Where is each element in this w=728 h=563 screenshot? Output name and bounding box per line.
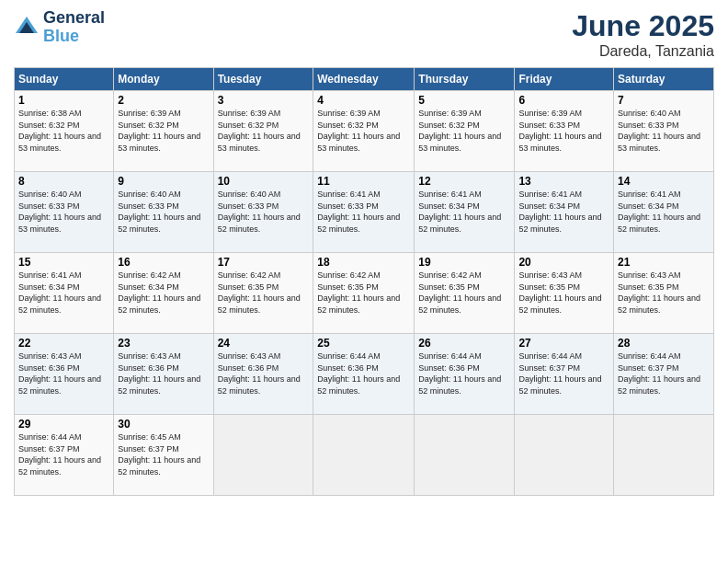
- day-info: Sunrise: 6:43 AM Sunset: 6:35 PM Dayligh…: [518, 270, 609, 316]
- calendar-week-2: 8 Sunrise: 6:40 AM Sunset: 6:33 PM Dayli…: [15, 172, 714, 253]
- table-row: 6 Sunrise: 6:39 AM Sunset: 6:33 PM Dayli…: [515, 91, 614, 172]
- calendar-header-row: Sunday Monday Tuesday Wednesday Thursday…: [15, 68, 714, 91]
- day-number: 17: [218, 256, 310, 269]
- day-number: 20: [518, 256, 609, 269]
- calendar-week-4: 22 Sunrise: 6:43 AM Sunset: 6:36 PM Dayl…: [15, 334, 714, 415]
- table-row: 7 Sunrise: 6:40 AM Sunset: 6:33 PM Dayli…: [614, 91, 714, 172]
- day-info: Sunrise: 6:44 AM Sunset: 6:36 PM Dayligh…: [418, 350, 510, 396]
- day-number: 3: [218, 94, 310, 107]
- table-row: [313, 415, 415, 496]
- table-row: 26 Sunrise: 6:44 AM Sunset: 6:36 PM Dayl…: [415, 334, 515, 415]
- day-info: Sunrise: 6:40 AM Sunset: 6:33 PM Dayligh…: [18, 189, 109, 235]
- table-row: 16 Sunrise: 6:42 AM Sunset: 6:34 PM Dayl…: [114, 253, 213, 334]
- day-info: Sunrise: 6:39 AM Sunset: 6:32 PM Dayligh…: [418, 108, 510, 154]
- day-info: Sunrise: 6:39 AM Sunset: 6:32 PM Dayligh…: [317, 108, 410, 154]
- col-tuesday: Tuesday: [213, 68, 313, 91]
- table-row: 18 Sunrise: 6:42 AM Sunset: 6:35 PM Dayl…: [313, 253, 415, 334]
- day-number: 8: [18, 175, 109, 188]
- logo-line2: Blue: [43, 28, 105, 46]
- table-row: 27 Sunrise: 6:44 AM Sunset: 6:37 PM Dayl…: [515, 334, 614, 415]
- day-number: 19: [418, 256, 510, 269]
- day-info: Sunrise: 6:40 AM Sunset: 6:33 PM Dayligh…: [218, 189, 310, 235]
- logo-line1: General: [43, 9, 105, 28]
- day-info: Sunrise: 6:44 AM Sunset: 6:37 PM Dayligh…: [518, 350, 609, 396]
- day-number: 7: [618, 94, 710, 107]
- calendar-week-1: 1 Sunrise: 6:38 AM Sunset: 6:32 PM Dayli…: [15, 91, 714, 172]
- table-row: 9 Sunrise: 6:40 AM Sunset: 6:33 PM Dayli…: [114, 172, 213, 253]
- table-row: 4 Sunrise: 6:39 AM Sunset: 6:32 PM Dayli…: [313, 91, 415, 172]
- day-number: 28: [618, 337, 710, 350]
- col-wednesday: Wednesday: [313, 68, 415, 91]
- col-saturday: Saturday: [614, 68, 714, 91]
- table-row: 3 Sunrise: 6:39 AM Sunset: 6:32 PM Dayli…: [213, 91, 313, 172]
- table-row: [515, 415, 614, 496]
- logo-icon: [14, 15, 40, 40]
- page: General Blue June 2025 Dareda, Tanzania …: [0, 0, 728, 563]
- day-number: 11: [317, 175, 410, 188]
- day-number: 1: [18, 94, 109, 107]
- day-number: 14: [618, 175, 710, 188]
- table-row: 30 Sunrise: 6:45 AM Sunset: 6:37 PM Dayl…: [114, 415, 213, 496]
- day-info: Sunrise: 6:40 AM Sunset: 6:33 PM Dayligh…: [618, 108, 710, 154]
- table-row: 13 Sunrise: 6:41 AM Sunset: 6:34 PM Dayl…: [515, 172, 614, 253]
- month-title: June 2025: [572, 9, 714, 43]
- day-number: 16: [118, 256, 209, 269]
- day-number: 12: [418, 175, 510, 188]
- day-number: 4: [317, 94, 410, 107]
- col-monday: Monday: [114, 68, 213, 91]
- table-row: 1 Sunrise: 6:38 AM Sunset: 6:32 PM Dayli…: [15, 91, 114, 172]
- table-row: 8 Sunrise: 6:40 AM Sunset: 6:33 PM Dayli…: [15, 172, 114, 253]
- day-info: Sunrise: 6:44 AM Sunset: 6:36 PM Dayligh…: [317, 350, 410, 396]
- day-number: 6: [518, 94, 609, 107]
- table-row: [213, 415, 313, 496]
- day-info: Sunrise: 6:39 AM Sunset: 6:32 PM Dayligh…: [218, 108, 310, 154]
- day-info: Sunrise: 6:41 AM Sunset: 6:33 PM Dayligh…: [317, 189, 410, 235]
- col-sunday: Sunday: [15, 68, 114, 91]
- location-title: Dareda, Tanzania: [572, 43, 714, 60]
- table-row: 17 Sunrise: 6:42 AM Sunset: 6:35 PM Dayl…: [213, 253, 313, 334]
- table-row: 22 Sunrise: 6:43 AM Sunset: 6:36 PM Dayl…: [15, 334, 114, 415]
- day-info: Sunrise: 6:39 AM Sunset: 6:32 PM Dayligh…: [118, 108, 209, 154]
- day-info: Sunrise: 6:42 AM Sunset: 6:35 PM Dayligh…: [317, 270, 410, 316]
- table-row: 29 Sunrise: 6:44 AM Sunset: 6:37 PM Dayl…: [15, 415, 114, 496]
- table-row: 14 Sunrise: 6:41 AM Sunset: 6:34 PM Dayl…: [614, 172, 714, 253]
- header: General Blue June 2025 Dareda, Tanzania: [14, 9, 714, 60]
- day-number: 23: [118, 337, 209, 350]
- day-info: Sunrise: 6:44 AM Sunset: 6:37 PM Dayligh…: [18, 431, 109, 477]
- calendar-week-5: 29 Sunrise: 6:44 AM Sunset: 6:37 PM Dayl…: [15, 415, 714, 496]
- day-number: 26: [418, 337, 510, 350]
- day-number: 22: [18, 337, 109, 350]
- day-info: Sunrise: 6:41 AM Sunset: 6:34 PM Dayligh…: [518, 189, 609, 235]
- title-block: June 2025 Dareda, Tanzania: [572, 9, 714, 60]
- table-row: 10 Sunrise: 6:40 AM Sunset: 6:33 PM Dayl…: [213, 172, 313, 253]
- day-number: 13: [518, 175, 609, 188]
- calendar-table: Sunday Monday Tuesday Wednesday Thursday…: [14, 67, 714, 496]
- table-row: 2 Sunrise: 6:39 AM Sunset: 6:32 PM Dayli…: [114, 91, 213, 172]
- table-row: 15 Sunrise: 6:41 AM Sunset: 6:34 PM Dayl…: [15, 253, 114, 334]
- day-info: Sunrise: 6:43 AM Sunset: 6:36 PM Dayligh…: [118, 350, 209, 396]
- day-info: Sunrise: 6:42 AM Sunset: 6:34 PM Dayligh…: [118, 270, 209, 316]
- day-info: Sunrise: 6:40 AM Sunset: 6:33 PM Dayligh…: [118, 189, 209, 235]
- day-info: Sunrise: 6:42 AM Sunset: 6:35 PM Dayligh…: [418, 270, 510, 316]
- day-info: Sunrise: 6:44 AM Sunset: 6:37 PM Dayligh…: [618, 350, 710, 396]
- table-row: 28 Sunrise: 6:44 AM Sunset: 6:37 PM Dayl…: [614, 334, 714, 415]
- day-info: Sunrise: 6:39 AM Sunset: 6:33 PM Dayligh…: [518, 108, 609, 154]
- day-number: 30: [118, 418, 209, 431]
- table-row: 11 Sunrise: 6:41 AM Sunset: 6:33 PM Dayl…: [313, 172, 415, 253]
- day-number: 25: [317, 337, 410, 350]
- table-row: [415, 415, 515, 496]
- day-info: Sunrise: 6:41 AM Sunset: 6:34 PM Dayligh…: [418, 189, 510, 235]
- day-number: 5: [418, 94, 510, 107]
- day-info: Sunrise: 6:41 AM Sunset: 6:34 PM Dayligh…: [18, 270, 109, 316]
- col-friday: Friday: [515, 68, 614, 91]
- day-info: Sunrise: 6:41 AM Sunset: 6:34 PM Dayligh…: [618, 189, 710, 235]
- day-info: Sunrise: 6:42 AM Sunset: 6:35 PM Dayligh…: [218, 270, 310, 316]
- day-info: Sunrise: 6:38 AM Sunset: 6:32 PM Dayligh…: [18, 108, 109, 154]
- day-info: Sunrise: 6:43 AM Sunset: 6:36 PM Dayligh…: [218, 350, 310, 396]
- table-row: 24 Sunrise: 6:43 AM Sunset: 6:36 PM Dayl…: [213, 334, 313, 415]
- day-number: 10: [218, 175, 310, 188]
- table-row: 12 Sunrise: 6:41 AM Sunset: 6:34 PM Dayl…: [415, 172, 515, 253]
- day-number: 18: [317, 256, 410, 269]
- table-row: 25 Sunrise: 6:44 AM Sunset: 6:36 PM Dayl…: [313, 334, 415, 415]
- logo-text: General Blue: [43, 9, 105, 46]
